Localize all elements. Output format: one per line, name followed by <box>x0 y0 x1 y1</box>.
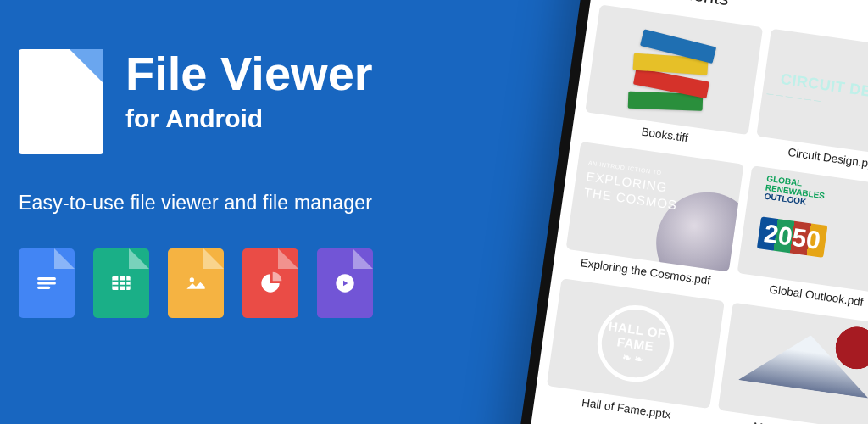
file-tile[interactable]: Mt Fuji Wide.jpeg <box>715 303 868 424</box>
file-type-icons-row <box>19 248 493 318</box>
promo-subtitle: for Android <box>125 104 373 133</box>
file-tile[interactable]: AN INTRODUCTION TO EXPLORING THE COSMOS … <box>563 142 743 294</box>
svg-rect-0 <box>112 276 130 290</box>
file-tile[interactable]: HALL OF FAME ❧ ❧ Hall of Fame.pptx <box>543 278 724 424</box>
app-logo-icon <box>19 49 103 154</box>
file-thumbnail: HALL OF FAME ❧ ❧ <box>547 278 724 409</box>
file-tile[interactable]: GLOBAL RENEWABLES OUTLOOK 2050 Global Ou… <box>733 165 868 318</box>
spreadsheet-file-icon <box>93 248 149 318</box>
phone-mockup: Documents Books.tiff CIRCUIT DESIGN — — … <box>495 0 868 424</box>
doc-file-icon <box>19 248 75 318</box>
presentation-file-icon <box>242 248 298 318</box>
file-tile[interactable]: Books.tiff <box>582 4 763 157</box>
promo-panel: File Viewer for Android Easy-to-use file… <box>19 49 493 318</box>
file-tile[interactable]: CIRCUIT DESIGN — — — — — — Circuit Desig… <box>753 29 868 181</box>
file-thumbnail <box>717 303 868 424</box>
file-thumbnail: CIRCUIT DESIGN — — — — — — <box>756 29 868 159</box>
media-file-icon <box>317 248 373 318</box>
file-thumbnail: GLOBAL RENEWABLES OUTLOOK 2050 <box>737 165 868 296</box>
file-thumbnail <box>585 4 762 135</box>
promo-tagline: Easy-to-use file viewer and file manager <box>19 192 493 215</box>
thumb-year: 2050 <box>757 216 827 258</box>
image-file-icon <box>168 248 224 318</box>
thumb-heading: GLOBAL RENEWABLES OUTLOOK <box>764 175 868 220</box>
svg-point-1 <box>190 277 194 282</box>
promo-title: File Viewer <box>125 49 373 99</box>
file-thumbnail: AN INTRODUCTION TO EXPLORING THE COSMOS <box>566 142 743 272</box>
